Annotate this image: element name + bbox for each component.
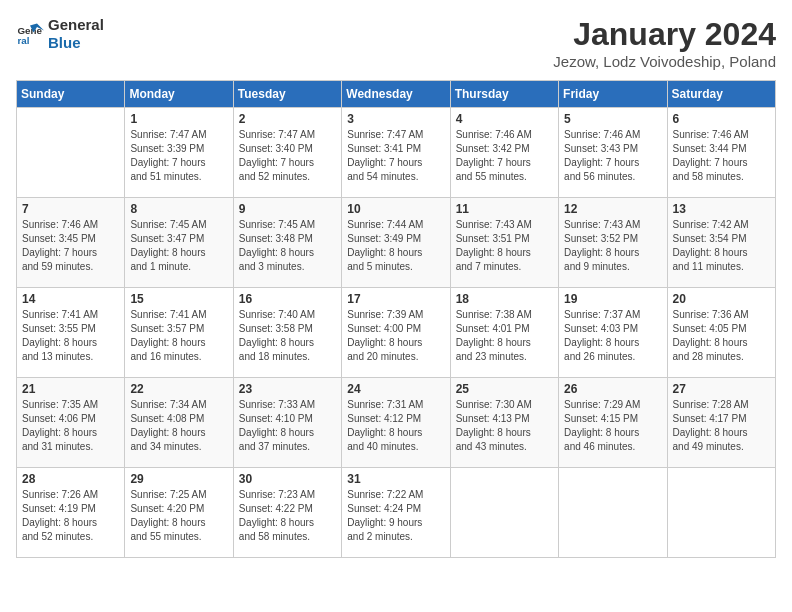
day-number: 1 [130,112,227,126]
day-info: Sunrise: 7:46 AM Sunset: 3:44 PM Dayligh… [673,128,770,184]
day-cell [559,468,667,558]
col-header-friday: Friday [559,81,667,108]
day-number: 24 [347,382,444,396]
logo-icon: Gene ral [16,20,44,48]
col-header-saturday: Saturday [667,81,775,108]
day-cell: 18Sunrise: 7:38 AM Sunset: 4:01 PM Dayli… [450,288,558,378]
day-cell: 9Sunrise: 7:45 AM Sunset: 3:48 PM Daylig… [233,198,341,288]
day-cell: 1Sunrise: 7:47 AM Sunset: 3:39 PM Daylig… [125,108,233,198]
day-cell [450,468,558,558]
day-number: 18 [456,292,553,306]
day-cell: 11Sunrise: 7:43 AM Sunset: 3:51 PM Dayli… [450,198,558,288]
day-info: Sunrise: 7:22 AM Sunset: 4:24 PM Dayligh… [347,488,444,544]
day-info: Sunrise: 7:47 AM Sunset: 3:39 PM Dayligh… [130,128,227,184]
day-cell [17,108,125,198]
logo-text-line1: General [48,16,104,34]
day-number: 25 [456,382,553,396]
day-number: 21 [22,382,119,396]
title-area: January 2024 Jezow, Lodz Voivodeship, Po… [553,16,776,70]
day-info: Sunrise: 7:36 AM Sunset: 4:05 PM Dayligh… [673,308,770,364]
logo: Gene ral General Blue [16,16,104,52]
day-number: 22 [130,382,227,396]
day-info: Sunrise: 7:45 AM Sunset: 3:48 PM Dayligh… [239,218,336,274]
day-cell [667,468,775,558]
day-cell: 17Sunrise: 7:39 AM Sunset: 4:00 PM Dayli… [342,288,450,378]
day-number: 14 [22,292,119,306]
day-number: 10 [347,202,444,216]
col-header-tuesday: Tuesday [233,81,341,108]
day-info: Sunrise: 7:43 AM Sunset: 3:51 PM Dayligh… [456,218,553,274]
day-info: Sunrise: 7:46 AM Sunset: 3:43 PM Dayligh… [564,128,661,184]
day-cell: 14Sunrise: 7:41 AM Sunset: 3:55 PM Dayli… [17,288,125,378]
day-cell: 27Sunrise: 7:28 AM Sunset: 4:17 PM Dayli… [667,378,775,468]
day-info: Sunrise: 7:47 AM Sunset: 3:41 PM Dayligh… [347,128,444,184]
day-number: 26 [564,382,661,396]
col-header-monday: Monday [125,81,233,108]
day-info: Sunrise: 7:45 AM Sunset: 3:47 PM Dayligh… [130,218,227,274]
day-number: 12 [564,202,661,216]
day-cell: 3Sunrise: 7:47 AM Sunset: 3:41 PM Daylig… [342,108,450,198]
header-row: SundayMondayTuesdayWednesdayThursdayFrid… [17,81,776,108]
day-number: 16 [239,292,336,306]
day-cell: 20Sunrise: 7:36 AM Sunset: 4:05 PM Dayli… [667,288,775,378]
day-cell: 15Sunrise: 7:41 AM Sunset: 3:57 PM Dayli… [125,288,233,378]
day-number: 31 [347,472,444,486]
day-info: Sunrise: 7:41 AM Sunset: 3:57 PM Dayligh… [130,308,227,364]
day-number: 6 [673,112,770,126]
day-info: Sunrise: 7:34 AM Sunset: 4:08 PM Dayligh… [130,398,227,454]
day-number: 20 [673,292,770,306]
day-number: 15 [130,292,227,306]
day-number: 30 [239,472,336,486]
day-info: Sunrise: 7:29 AM Sunset: 4:15 PM Dayligh… [564,398,661,454]
day-cell: 7Sunrise: 7:46 AM Sunset: 3:45 PM Daylig… [17,198,125,288]
day-info: Sunrise: 7:43 AM Sunset: 3:52 PM Dayligh… [564,218,661,274]
day-cell: 10Sunrise: 7:44 AM Sunset: 3:49 PM Dayli… [342,198,450,288]
week-row-1: 1Sunrise: 7:47 AM Sunset: 3:39 PM Daylig… [17,108,776,198]
week-row-4: 21Sunrise: 7:35 AM Sunset: 4:06 PM Dayli… [17,378,776,468]
day-info: Sunrise: 7:30 AM Sunset: 4:13 PM Dayligh… [456,398,553,454]
day-number: 3 [347,112,444,126]
day-cell: 19Sunrise: 7:37 AM Sunset: 4:03 PM Dayli… [559,288,667,378]
day-info: Sunrise: 7:40 AM Sunset: 3:58 PM Dayligh… [239,308,336,364]
day-number: 8 [130,202,227,216]
day-cell: 5Sunrise: 7:46 AM Sunset: 3:43 PM Daylig… [559,108,667,198]
day-cell: 31Sunrise: 7:22 AM Sunset: 4:24 PM Dayli… [342,468,450,558]
day-cell: 21Sunrise: 7:35 AM Sunset: 4:06 PM Dayli… [17,378,125,468]
week-row-5: 28Sunrise: 7:26 AM Sunset: 4:19 PM Dayli… [17,468,776,558]
day-cell: 8Sunrise: 7:45 AM Sunset: 3:47 PM Daylig… [125,198,233,288]
day-number: 5 [564,112,661,126]
day-cell: 29Sunrise: 7:25 AM Sunset: 4:20 PM Dayli… [125,468,233,558]
day-number: 13 [673,202,770,216]
day-cell: 23Sunrise: 7:33 AM Sunset: 4:10 PM Dayli… [233,378,341,468]
day-cell: 28Sunrise: 7:26 AM Sunset: 4:19 PM Dayli… [17,468,125,558]
day-info: Sunrise: 7:46 AM Sunset: 3:42 PM Dayligh… [456,128,553,184]
day-number: 28 [22,472,119,486]
logo-text-line2: Blue [48,34,104,52]
day-cell: 16Sunrise: 7:40 AM Sunset: 3:58 PM Dayli… [233,288,341,378]
day-info: Sunrise: 7:47 AM Sunset: 3:40 PM Dayligh… [239,128,336,184]
day-number: 4 [456,112,553,126]
day-number: 9 [239,202,336,216]
col-header-sunday: Sunday [17,81,125,108]
day-number: 17 [347,292,444,306]
day-number: 29 [130,472,227,486]
day-number: 7 [22,202,119,216]
day-number: 19 [564,292,661,306]
day-number: 11 [456,202,553,216]
day-info: Sunrise: 7:35 AM Sunset: 4:06 PM Dayligh… [22,398,119,454]
day-cell: 6Sunrise: 7:46 AM Sunset: 3:44 PM Daylig… [667,108,775,198]
day-number: 23 [239,382,336,396]
day-info: Sunrise: 7:38 AM Sunset: 4:01 PM Dayligh… [456,308,553,364]
day-info: Sunrise: 7:42 AM Sunset: 3:54 PM Dayligh… [673,218,770,274]
day-info: Sunrise: 7:46 AM Sunset: 3:45 PM Dayligh… [22,218,119,274]
page-header: Gene ral General Blue January 2024 Jezow… [16,16,776,70]
col-header-wednesday: Wednesday [342,81,450,108]
day-info: Sunrise: 7:33 AM Sunset: 4:10 PM Dayligh… [239,398,336,454]
day-cell: 25Sunrise: 7:30 AM Sunset: 4:13 PM Dayli… [450,378,558,468]
day-info: Sunrise: 7:44 AM Sunset: 3:49 PM Dayligh… [347,218,444,274]
day-info: Sunrise: 7:31 AM Sunset: 4:12 PM Dayligh… [347,398,444,454]
day-info: Sunrise: 7:23 AM Sunset: 4:22 PM Dayligh… [239,488,336,544]
day-info: Sunrise: 7:39 AM Sunset: 4:00 PM Dayligh… [347,308,444,364]
day-number: 27 [673,382,770,396]
day-cell: 2Sunrise: 7:47 AM Sunset: 3:40 PM Daylig… [233,108,341,198]
